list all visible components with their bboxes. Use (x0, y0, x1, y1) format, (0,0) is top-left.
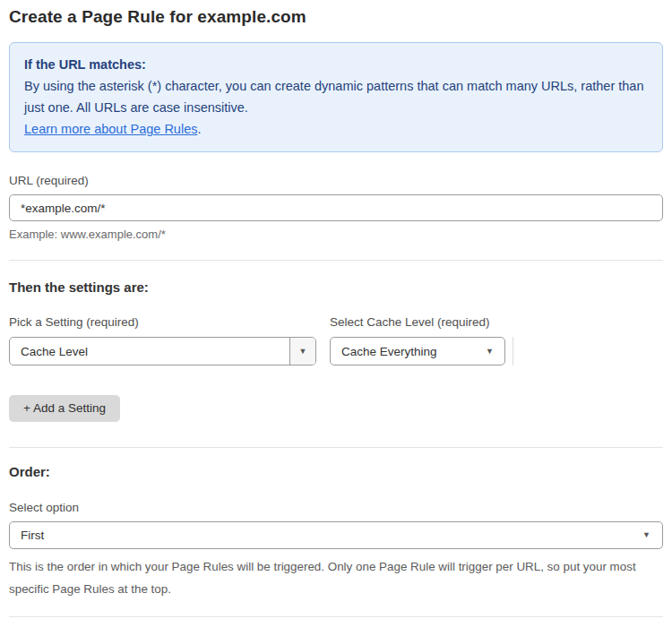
order-select-label: Select option (9, 501, 663, 514)
settings-section: Then the settings are: Pick a Setting (r… (9, 279, 663, 422)
cache-level-dropdown[interactable]: Cache Everything ▼ (330, 337, 505, 365)
cache-level-field: Select Cache Level (required) Cache Ever… (316, 315, 505, 365)
chevron-down-icon[interactable]: ▼ (642, 531, 662, 539)
info-box-link-line: Learn more about Page Rules. (24, 118, 648, 140)
url-match-info-box: If the URL matches: By using the asteris… (9, 42, 663, 152)
add-setting-button[interactable]: + Add a Setting (9, 395, 120, 422)
order-helper-text: This is the order in which your Page Rul… (9, 555, 658, 600)
setting-picker-dropdown[interactable]: Cache Level ▼ (9, 337, 316, 365)
setting-picker-label: Pick a Setting (required) (9, 315, 316, 329)
divider (9, 447, 663, 448)
setting-picker-value: Cache Level (10, 345, 289, 358)
link-period: . (197, 122, 201, 136)
chevron-down-icon[interactable]: ▼ (289, 338, 315, 365)
info-box-heading: If the URL matches: (24, 54, 648, 75)
url-input[interactable] (9, 194, 663, 221)
order-dropdown[interactable]: First ▼ (9, 521, 663, 549)
order-section: Order: Select option First ▼ This is the… (9, 464, 663, 600)
settings-row: Pick a Setting (required) Cache Level ▼ … (9, 315, 663, 365)
settings-divider-line (513, 337, 513, 365)
create-page-rule-form: Create a Page Rule for example.com If th… (0, 0, 672, 619)
setting-picker-field: Pick a Setting (required) Cache Level ▼ (9, 315, 316, 365)
order-heading: Order: (9, 464, 663, 479)
chevron-down-icon[interactable]: ▼ (486, 348, 504, 356)
cache-level-value: Cache Everything (331, 345, 486, 358)
divider (9, 616, 663, 617)
page-title: Create a Page Rule for example.com (9, 7, 663, 27)
learn-more-link[interactable]: Learn more about Page Rules (24, 122, 197, 136)
cache-level-label: Select Cache Level (required) (330, 315, 505, 329)
order-value: First (10, 529, 642, 542)
url-field-label: URL (required) (9, 174, 663, 187)
divider (9, 260, 663, 261)
settings-heading: Then the settings are: (9, 279, 663, 295)
info-box-body: By using the asterisk (*) character, you… (24, 75, 648, 118)
url-field-group: URL (required) Example: www.example.com/… (9, 174, 663, 241)
url-field-helper: Example: www.example.com/* (9, 228, 663, 241)
